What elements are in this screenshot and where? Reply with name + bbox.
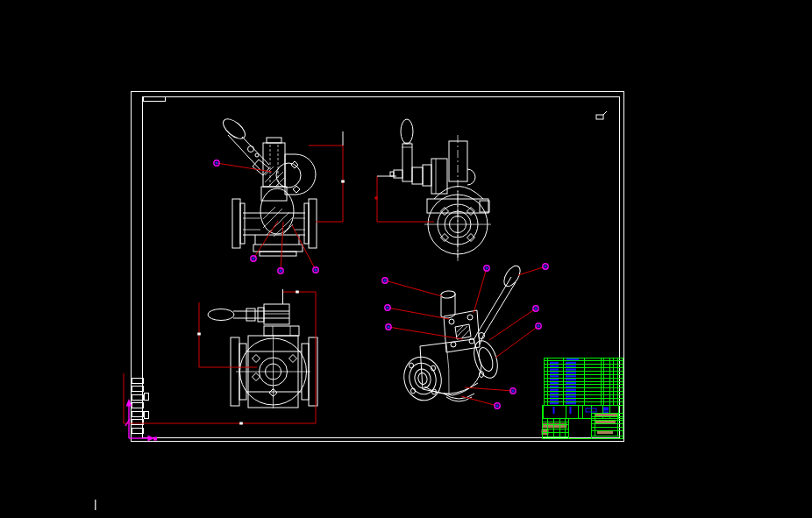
text-cursor xyxy=(95,500,96,510)
balloon-marker[interactable] xyxy=(385,305,449,319)
view-isometric xyxy=(400,263,524,404)
drawing-canvas xyxy=(0,0,812,518)
balloon-marker[interactable] xyxy=(489,306,538,340)
title-block xyxy=(542,358,623,438)
view-side xyxy=(390,119,491,261)
title-block-fill xyxy=(543,423,567,428)
handle-grip xyxy=(208,309,234,321)
flange-3d xyxy=(400,353,446,405)
balloon-marker[interactable] xyxy=(465,387,516,394)
balloon-marker[interactable] xyxy=(495,323,541,358)
balloon-marker[interactable] xyxy=(292,225,318,273)
balloon-marker[interactable] xyxy=(386,324,463,339)
handle-grip xyxy=(220,116,249,143)
handle-grip xyxy=(501,263,524,288)
view-front-section xyxy=(220,116,317,256)
valve-plug xyxy=(260,188,294,234)
frame-corner-notch xyxy=(143,96,165,101)
bonnet-plate xyxy=(444,310,480,352)
red-dimension-lines xyxy=(124,131,434,425)
roughness-symbol-icon xyxy=(596,111,607,119)
parts-list-table xyxy=(544,358,623,405)
balloon-marker[interactable] xyxy=(518,264,548,275)
balloon-marker[interactable] xyxy=(461,396,500,408)
balloon-marker[interactable] xyxy=(382,278,442,296)
right-flange xyxy=(309,199,317,248)
revision-strip xyxy=(132,378,149,433)
left-flange xyxy=(232,199,240,248)
ucs-icon xyxy=(125,399,157,442)
handle-grip xyxy=(401,119,413,144)
cad-viewport[interactable] xyxy=(0,0,812,518)
view-top xyxy=(208,304,317,408)
balloon-marker[interactable] xyxy=(474,266,489,313)
